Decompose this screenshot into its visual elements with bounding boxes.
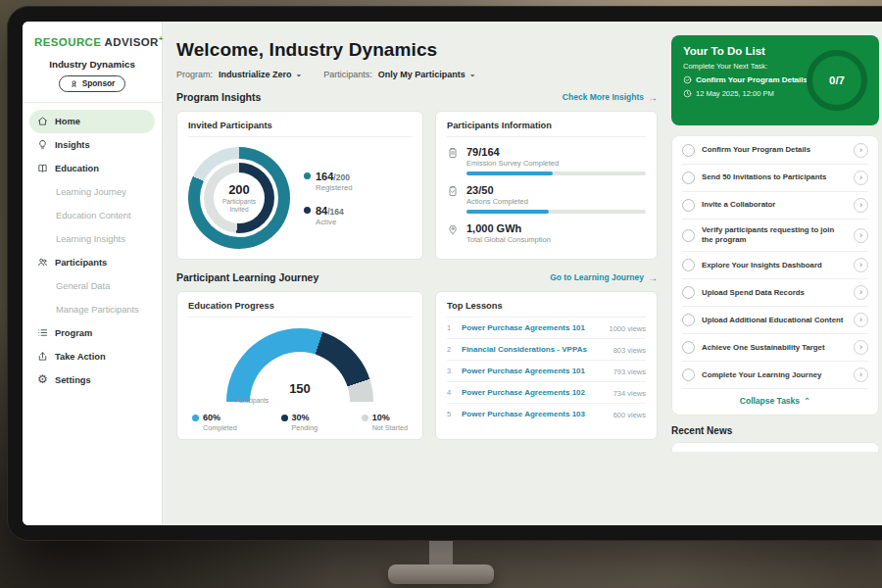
card-title: Top Lessons — [447, 301, 646, 318]
go-to-learning-journey-link[interactable]: Go to Learning Journey → — [550, 272, 658, 283]
chevron-right-icon[interactable]: › — [854, 340, 868, 355]
sidebar-item-participants[interactable]: Participants — [29, 251, 155, 274]
collapse-label: Collapse Tasks — [740, 396, 800, 406]
chevron-right-icon[interactable]: › — [854, 285, 868, 300]
sidebar-item-general-data[interactable]: General Data — [29, 274, 155, 298]
chevron-right-icon[interactable]: › — [854, 198, 868, 213]
participants-filter-dropdown[interactable]: Only My Participants ⌄ — [378, 70, 476, 79]
lesson-row[interactable]: 3 Power Purchase Agreements 101 793 view… — [447, 361, 646, 382]
org-name: Industry Dynamics — [23, 59, 162, 70]
task-row[interactable]: Send 50 Invitations to Participants › — [682, 165, 868, 192]
legend-total: /164 — [327, 207, 344, 217]
nav-label: Manage Participants — [56, 305, 139, 315]
invited-legend: 164/200 Registered 84/164 Active — [304, 171, 353, 226]
sidebar-item-insights[interactable]: Insights — [29, 133, 155, 157]
gear-icon: ⚙ — [37, 374, 48, 385]
lesson-row[interactable]: 1 Power Purchase Agreements 101 1000 vie… — [447, 318, 646, 339]
todo-next-task-label: Confirm Your Program Details — [696, 75, 808, 84]
lesson-row[interactable]: 4 Power Purchase Agreements 102 734 view… — [447, 382, 646, 404]
logo-text-resource: RESOURCE — [34, 36, 101, 48]
sidebar-item-settings[interactable]: ⚙ Settings — [29, 368, 155, 392]
task-label: Invite a Collaborator — [702, 200, 847, 210]
task-checkbox[interactable] — [682, 314, 695, 326]
task-checkbox[interactable] — [682, 259, 695, 271]
program-filter-dropdown[interactable]: Industrialize Zero ⌄ — [219, 70, 302, 79]
lesson-views: 600 — [613, 411, 626, 419]
sidebar-item-learning-journey[interactable]: Learning Journey — [29, 180, 155, 204]
chevron-right-icon[interactable]: › — [854, 228, 868, 243]
donut-center-label: Participants Invited — [214, 198, 265, 214]
lesson-title-link[interactable]: Power Purchase Agreements 103 — [462, 410, 608, 418]
invited-donut-inner: 200 Participants Invited — [204, 163, 274, 233]
link-label: Check More Insights — [563, 92, 644, 102]
sidebar-item-take-action[interactable]: Take Action — [29, 345, 155, 368]
chevron-up-icon: ⌃ — [804, 396, 810, 406]
task-row[interactable]: Invite a Collaborator › — [682, 192, 868, 220]
task-checkbox[interactable] — [682, 368, 695, 381]
section-title-learning-journey: Participant Learning Journey — [176, 271, 318, 283]
lesson-row[interactable]: 2 Financial Considerations - VPPAs 803 v… — [447, 339, 646, 361]
chevron-right-icon[interactable]: › — [854, 171, 868, 185]
link-label: Go to Learning Journey — [550, 272, 644, 282]
legend-item-registered: 164/200 Registered — [304, 171, 353, 192]
lesson-title-link[interactable]: Power Purchase Agreements 101 — [462, 323, 603, 332]
task-row[interactable]: Complete Your Learning Journey › — [682, 362, 868, 389]
legend-total: /200 — [333, 172, 350, 182]
sidebar-item-education-content[interactable]: Education Content — [29, 204, 155, 227]
sidebar-item-manage-participants[interactable]: Manage Participants — [29, 298, 155, 321]
sponsor-badge-label: Sponsor — [82, 78, 116, 88]
award-icon — [70, 79, 78, 88]
task-checkbox[interactable] — [682, 286, 695, 299]
learning-journey-header: Participant Learning Journey Go to Learn… — [176, 271, 658, 283]
gauge-center: 150 Participants — [226, 381, 373, 405]
education-book-icon — [37, 163, 48, 173]
todo-next-task[interactable]: Confirm Your Program Details — [683, 75, 814, 84]
section-title-program-insights: Program Insights — [176, 91, 261, 103]
check-more-insights-link[interactable]: Check More Insights → — [563, 92, 658, 103]
task-checkbox[interactable] — [682, 229, 695, 242]
monitor-stand-base — [388, 564, 494, 584]
task-row[interactable]: Explore Your Insights Dashboard › — [682, 252, 868, 279]
sponsor-badge[interactable]: Sponsor — [59, 75, 126, 92]
sidebar-item-program[interactable]: Program — [29, 321, 155, 345]
legend-label: Pending — [292, 423, 318, 432]
task-checkbox[interactable] — [682, 199, 695, 212]
task-row[interactable]: Upload Additional Educational Content › — [682, 307, 868, 334]
lesson-row[interactable]: 5 Power Purchase Agreements 103 600 view… — [447, 404, 646, 424]
sidebar-item-education[interactable]: Education — [29, 157, 155, 180]
lesson-title-link[interactable]: Power Purchase Agreements 102 — [462, 388, 608, 397]
legend-item-completed: 60%Completed — [192, 413, 237, 432]
task-checkbox[interactable] — [682, 144, 695, 157]
chevron-down-icon: ⌄ — [469, 70, 476, 78]
location-pin-icon — [447, 223, 459, 235]
task-row[interactable]: Upload Spend Data Records › — [682, 279, 868, 307]
take-action-upload-icon — [37, 351, 48, 362]
task-checkbox[interactable] — [682, 341, 695, 354]
sidebar-item-learning-insights[interactable]: Learning Insights — [29, 227, 155, 251]
lesson-views-label: views — [625, 324, 646, 333]
collapse-tasks-link[interactable]: Collapse Tasks ⌃ — [682, 389, 868, 412]
lesson-rank: 3 — [447, 367, 456, 375]
program-filter-label: Program: — [176, 70, 213, 79]
legend-label: Not Started — [372, 423, 408, 432]
task-row[interactable]: Confirm Your Program Details › — [682, 137, 868, 165]
chevron-right-icon[interactable]: › — [854, 258, 868, 272]
lesson-title-link[interactable]: Power Purchase Agreements 101 — [462, 367, 608, 375]
donut-center-value: 200 — [228, 182, 250, 197]
task-label: Upload Additional Educational Content — [702, 316, 847, 325]
lesson-rank: 2 — [447, 345, 456, 354]
monitor-bezel: RESOURCE ADVISOR+ Industry Dynamics Spon… — [7, 6, 882, 541]
task-label: Explore Your Insights Dashboard — [702, 261, 847, 270]
task-checkbox[interactable] — [682, 172, 695, 184]
participants-filter-label: Participants: — [323, 70, 372, 79]
invited-donut-gap: 200 Participants Invited — [200, 159, 278, 237]
task-row[interactable]: Verify participants requesting to join t… — [682, 220, 868, 252]
chevron-right-icon[interactable]: › — [854, 143, 868, 158]
sidebar-item-home[interactable]: Home — [29, 110, 155, 133]
chevron-right-icon[interactable]: › — [854, 368, 868, 382]
main-content: Welcome, Industry Dynamics Program: Indu… — [163, 22, 671, 525]
chevron-right-icon[interactable]: › — [854, 313, 868, 327]
lesson-title-link[interactable]: Financial Considerations - VPPAs — [462, 345, 608, 354]
task-row[interactable]: Achieve One Sustainability Target › — [682, 334, 868, 362]
legend-label: Registered — [316, 183, 353, 192]
